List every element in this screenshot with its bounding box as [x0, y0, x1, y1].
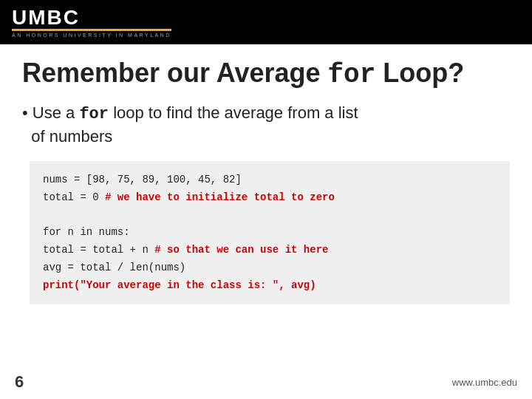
- umbc-logo: UMBC: [12, 7, 80, 28]
- bullet-text: • Use a for loop to find the average fro…: [22, 102, 510, 147]
- code-line-7: print("Your average in the class is: ", …: [43, 277, 497, 295]
- code-line-blank: [43, 206, 497, 224]
- code-line-4: for n in nums:: [43, 224, 497, 242]
- bullet-prefix: Use a: [33, 103, 80, 122]
- footer: 6 www.umbc.edu: [15, 372, 517, 392]
- title-prefix: Remember our Average: [22, 58, 328, 88]
- code-line-5: total = total + n # so that we can use i…: [43, 242, 497, 259]
- main-content: Remember our Average for Loop? • Use a f…: [0, 44, 532, 312]
- title-code: for: [328, 60, 376, 90]
- header-bar: UMBC AN HONORS UNIVERSITY IN MARYLAND: [0, 0, 532, 44]
- bullet-section: • Use a for loop to find the average fro…: [22, 102, 510, 147]
- slide-number: 6: [15, 372, 24, 392]
- code-line-6: avg = total / len(nums): [43, 259, 497, 277]
- code-block: nums = [98, 75, 89, 100, 45, 82] total =…: [30, 161, 510, 305]
- title-suffix: Loop?: [375, 58, 464, 88]
- bullet-marker: •: [22, 103, 33, 122]
- footer-url: www.umbc.edu: [452, 377, 517, 388]
- logo-area: UMBC AN HONORS UNIVERSITY IN MARYLAND: [12, 7, 171, 38]
- code-line-1: nums = [98, 75, 89, 100, 45, 82]: [43, 171, 497, 189]
- logo-underline: [12, 29, 171, 31]
- logo-subtitle: AN HONORS UNIVERSITY IN MARYLAND: [12, 33, 171, 38]
- code-line-2: total = 0 # we have to initialize total …: [43, 189, 497, 207]
- slide-title: Remember our Average for Loop?: [22, 58, 510, 90]
- bullet-code: for: [79, 105, 109, 123]
